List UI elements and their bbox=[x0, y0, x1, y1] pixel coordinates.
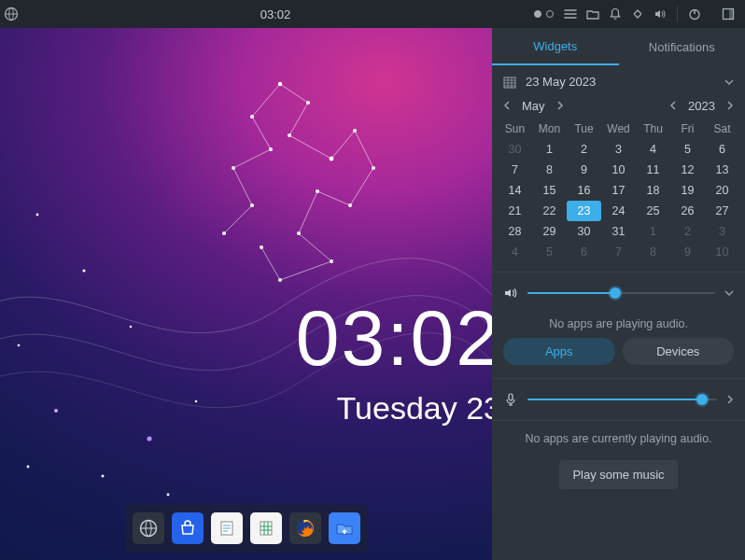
tab-widgets[interactable]: Widgets bbox=[492, 28, 619, 65]
calendar-day[interactable]: 5 bbox=[670, 139, 705, 160]
svg-point-30 bbox=[27, 466, 30, 469]
calendar-day[interactable]: 19 bbox=[670, 180, 705, 201]
svg-point-11 bbox=[353, 129, 357, 133]
calendar-day[interactable]: 30 bbox=[498, 139, 532, 160]
calendar-day[interactable]: 15 bbox=[532, 180, 567, 201]
microphone-icon[interactable] bbox=[503, 392, 518, 407]
calendar-day[interactable]: 20 bbox=[705, 180, 739, 201]
calendar-day[interactable]: 8 bbox=[532, 160, 567, 180]
calendar-day[interactable]: 7 bbox=[498, 160, 532, 180]
next-year-button[interactable] bbox=[723, 98, 738, 113]
calendar-day[interactable]: 3 bbox=[601, 139, 636, 160]
calendar-day[interactable]: 1 bbox=[636, 221, 670, 242]
svg-point-28 bbox=[147, 436, 151, 441]
svg-point-10 bbox=[330, 157, 334, 161]
svg-point-16 bbox=[330, 259, 333, 263]
calendar-day[interactable]: 9 bbox=[670, 242, 705, 262]
prev-year-button[interactable] bbox=[666, 98, 681, 113]
svg-point-21 bbox=[232, 166, 235, 170]
calendar-day[interactable]: 18 bbox=[636, 180, 670, 201]
weekday-header: Fri bbox=[670, 119, 705, 139]
dock-software-store[interactable] bbox=[172, 512, 204, 544]
mic-expand-icon[interactable] bbox=[726, 395, 734, 404]
budgie-menu-icon[interactable] bbox=[0, 0, 22, 28]
calendar-day[interactable]: 4 bbox=[636, 139, 670, 160]
calendar-day[interactable]: 11 bbox=[636, 160, 670, 180]
calendar-day[interactable]: 17 bbox=[601, 180, 636, 201]
calendar-header[interactable]: 23 May 2023 bbox=[492, 65, 745, 94]
volume-dropdown-icon[interactable] bbox=[724, 288, 734, 298]
calendar-day[interactable]: 4 bbox=[498, 242, 532, 262]
calendar-day[interactable]: 27 bbox=[705, 201, 739, 221]
calendar-day[interactable]: 31 bbox=[601, 221, 636, 242]
dock-text-editor[interactable] bbox=[211, 512, 243, 544]
calendar-day[interactable]: 30 bbox=[567, 221, 601, 242]
weekday-header: Thu bbox=[636, 119, 670, 139]
volume-row bbox=[492, 276, 745, 310]
audio-seg-devices[interactable]: Devices bbox=[623, 338, 735, 365]
calendar-day[interactable]: 16 bbox=[567, 180, 601, 201]
places-icon[interactable] bbox=[582, 0, 604, 28]
calendar-day[interactable]: 6 bbox=[705, 139, 739, 160]
prev-month-button[interactable] bbox=[499, 98, 514, 113]
svg-point-23 bbox=[222, 231, 226, 235]
weekday-header: Tue bbox=[567, 119, 601, 139]
power-icon[interactable] bbox=[683, 0, 706, 28]
dock-firefox[interactable] bbox=[289, 512, 321, 544]
raven-toggle-icon[interactable] bbox=[717, 0, 739, 28]
mic-slider[interactable] bbox=[527, 392, 717, 407]
calendar-day[interactable]: 1 bbox=[532, 139, 567, 160]
calendar-day[interactable]: 3 bbox=[705, 221, 739, 242]
music-status-text: No apps are currently playing audio. bbox=[492, 425, 745, 453]
calendar-day[interactable]: 21 bbox=[498, 201, 532, 221]
calendar-day[interactable]: 26 bbox=[670, 201, 705, 221]
calendar-day[interactable]: 29 bbox=[532, 221, 567, 242]
calendar-day[interactable]: 13 bbox=[705, 160, 739, 180]
svg-point-29 bbox=[102, 475, 105, 478]
svg-point-20 bbox=[269, 147, 273, 151]
calendar-day[interactable]: 25 bbox=[636, 201, 670, 221]
calendar-day[interactable]: 14 bbox=[498, 180, 532, 201]
volume-slider[interactable] bbox=[527, 286, 715, 301]
desktop-clock-date: Tuesday 23 bbox=[296, 390, 492, 427]
menu-icon[interactable] bbox=[559, 0, 582, 28]
audio-seg-apps[interactable]: Apps bbox=[503, 338, 615, 365]
volume-icon[interactable] bbox=[649, 0, 671, 28]
sidebar-tabs: Widgets Notifications bbox=[492, 28, 745, 65]
dock-spreadsheet[interactable] bbox=[250, 512, 282, 544]
calendar-day[interactable]: 24 bbox=[601, 201, 636, 221]
dock-file-manager[interactable] bbox=[329, 512, 360, 544]
speaker-icon[interactable] bbox=[503, 286, 518, 301]
calendar-day[interactable]: 10 bbox=[601, 160, 636, 180]
calendar-day[interactable]: 22 bbox=[532, 201, 567, 221]
calendar-day[interactable]: 6 bbox=[567, 242, 601, 262]
network-icon[interactable] bbox=[626, 0, 649, 28]
calendar-nav: May 2023 bbox=[492, 94, 745, 119]
calendar-day[interactable]: 8 bbox=[636, 242, 670, 262]
next-month-button[interactable] bbox=[553, 98, 568, 113]
calendar-day[interactable]: 2 bbox=[670, 221, 705, 242]
svg-rect-41 bbox=[260, 522, 272, 535]
svg-point-9 bbox=[288, 133, 291, 137]
calendar-day[interactable]: 28 bbox=[498, 221, 532, 242]
calendar-day[interactable]: 23 bbox=[567, 201, 601, 221]
calendar-day[interactable]: 7 bbox=[601, 242, 636, 262]
svg-point-25 bbox=[82, 269, 85, 272]
calendar-day[interactable]: 10 bbox=[705, 242, 739, 262]
dock-budgie-menu[interactable] bbox=[133, 512, 164, 544]
tab-notifications[interactable]: Notifications bbox=[619, 28, 746, 65]
calendar-day[interactable]: 9 bbox=[567, 160, 601, 180]
calendar-day[interactable]: 2 bbox=[567, 139, 601, 160]
topbar-clock[interactable]: 03:02 bbox=[22, 7, 528, 21]
calendar-day[interactable]: 5 bbox=[532, 242, 567, 262]
svg-point-33 bbox=[167, 494, 170, 497]
calendar-dropdown-icon[interactable] bbox=[724, 77, 734, 87]
notifications-bell-icon[interactable] bbox=[604, 0, 626, 28]
calendar-day[interactable]: 12 bbox=[670, 160, 705, 180]
desktop-wallpaper: 03:02 Tuesday 23 bbox=[0, 28, 492, 560]
workspace-switcher[interactable] bbox=[528, 10, 559, 18]
weekday-header: Mon bbox=[532, 119, 567, 139]
svg-point-14 bbox=[316, 189, 319, 193]
play-music-button[interactable]: Play some music bbox=[559, 460, 677, 489]
calendar-grid-icon bbox=[503, 76, 516, 89]
